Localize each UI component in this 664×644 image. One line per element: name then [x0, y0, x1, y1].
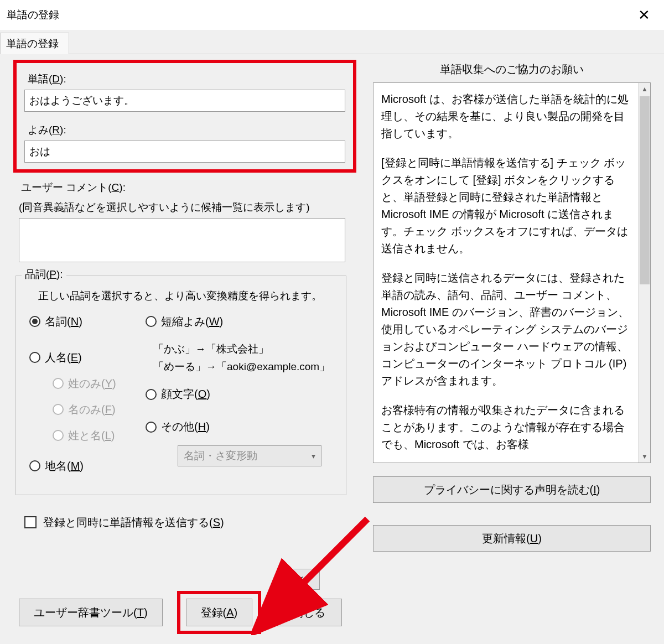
radio-icon [29, 460, 40, 471]
radio-place[interactable]: 地名(M) [29, 459, 146, 474]
word-input[interactable] [24, 90, 345, 112]
radio-person[interactable]: 人名(E) [29, 350, 146, 365]
radio-icon [53, 378, 64, 389]
radio-given-only: 名のみ(F) [53, 402, 146, 417]
send-info-label: 登録と同時に単語情報を送信する(S) [43, 515, 224, 530]
reading-label: よみ(R): [28, 123, 345, 137]
pos-desc: 正しい品詞を選択すると、より高い変換精度を得られます。 [38, 288, 333, 304]
radio-icon [146, 316, 157, 327]
pos-legend: 品詞(P): [22, 267, 66, 282]
button-bar: ユーザー辞書ツール(T) 登録(A) 閉じる [0, 572, 664, 644]
titlebar: 単語の登録 ✕ [0, 0, 664, 30]
radio-surname-only: 姓のみ(Y) [53, 376, 146, 391]
radio-other[interactable]: その他(H) [146, 419, 333, 434]
comment-label: ユーザー コメント(C): [21, 180, 356, 195]
radio-icon [29, 352, 40, 363]
comment-help-text: (同音異義語などを選択しやすいように候補一覧に表示します) [19, 200, 356, 215]
reading-input[interactable] [24, 141, 345, 163]
send-info-checkbox-row[interactable]: 登録と同時に単語情報を送信する(S) [24, 515, 356, 530]
tab-word-register[interactable]: 単語の登録 [0, 33, 69, 54]
info-text: Microsoft は、お客様が送信した単語を統計的に処理し、その結果を基に、よ… [374, 83, 638, 463]
pos-select[interactable]: 名詞・さ変形動 ▾ [178, 445, 321, 466]
pos-group: 品詞(P): 正しい品詞を選択すると、より高い変換精度を得られます。 名詞(N)… [15, 276, 346, 495]
info-box: Microsoft は、お客様が送信した単語を統計的に処理し、その結果を基に、よ… [373, 82, 651, 463]
radio-icon [29, 316, 40, 327]
chevron-down-icon: ▾ [312, 451, 315, 460]
left-pane: 単語(D): よみ(R): ユーザー コメント(C): (同音異義語などを選択し… [13, 60, 356, 567]
radio-fullname: 姓と名(L) [53, 428, 146, 443]
update-info-button[interactable]: 更新情報(U) [373, 525, 651, 552]
pos-select-value: 名詞・さ変形動 [184, 449, 257, 463]
checkbox-icon [24, 516, 37, 528]
abbrev-samples: 「かぶ」→「株式会社」 「めーる」→「aoki@example.com」 [153, 340, 333, 376]
close-icon[interactable]: ✕ [633, 7, 655, 24]
radio-abbrev[interactable]: 短縮よみ(W) [146, 314, 333, 329]
annotation-highlight-box: 単語(D): よみ(R): [13, 60, 356, 173]
user-dict-tool-button[interactable]: ユーザー辞書ツール(T) [19, 599, 163, 626]
scroll-up-icon[interactable]: ▲ [639, 83, 651, 95]
comment-input[interactable] [19, 218, 345, 262]
right-title: 単語収集へのご協力のお願い [373, 62, 651, 77]
close-button[interactable]: 閉じる [276, 599, 342, 626]
radio-icon [53, 404, 64, 415]
tab-label: 単語の登録 [6, 38, 59, 49]
scrollbar[interactable]: ▲ ▼ [638, 83, 650, 463]
radio-icon [53, 430, 64, 441]
radio-icon [146, 422, 157, 433]
radio-icon [146, 389, 157, 400]
collapse-button[interactable]: << [287, 569, 320, 590]
radio-noun[interactable]: 名詞(N) [29, 314, 146, 329]
annotation-highlight-register: 登録(A) [177, 591, 262, 634]
tabbar: 単語の登録 [0, 32, 664, 54]
scroll-thumb[interactable] [640, 96, 650, 284]
radio-kaomoji[interactable]: 顔文字(O) [146, 387, 333, 402]
word-label: 単語(D): [28, 72, 345, 86]
register-button[interactable]: 登録(A) [186, 599, 253, 626]
right-pane: 単語収集へのご協力のお願い Microsoft は、お客様が送信した単語を統計的… [373, 60, 651, 567]
scroll-down-icon[interactable]: ▼ [639, 450, 651, 463]
privacy-statement-button[interactable]: プライバシーに関する声明を読む(I) [373, 476, 651, 503]
window-title: 単語の登録 [7, 8, 59, 22]
